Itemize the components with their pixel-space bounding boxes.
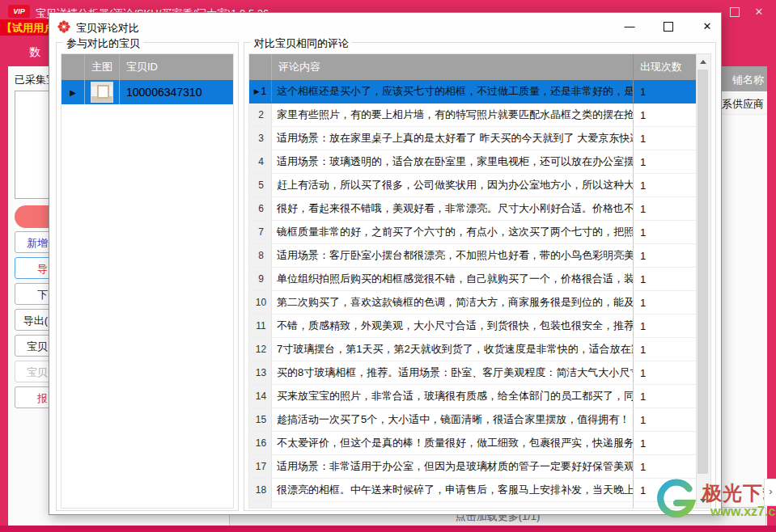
product-id-cell: 100006347310 xyxy=(120,86,233,99)
table-row[interactable]: ▶1 这个相框还是买小了，应该买七寸的相框，不过做工质量，还是非常好的，是把相.… xyxy=(249,80,697,103)
table-row[interactable]: 5 赶上有活动，所以买了很多，公司做奖状用，因为办公室地方小，所以这种大小的..… xyxy=(249,174,697,197)
row-count: 1 xyxy=(634,273,697,285)
row-content: 不太爱评价，但这个是真的棒！质量很好，做工细致，包裹很严实，快递服务态度... xyxy=(272,432,634,454)
screen: VIP 宝贝详情分析器(评论/SKU/买家秀/问大家)1.0.5.26 ✕ 【试… xyxy=(0,0,776,532)
row-content: 第二次购买了，喜欢这款镜框的色调，简洁大方，商家服务很是到位的，能及时解... xyxy=(272,291,634,314)
scroll-up-icon[interactable] xyxy=(697,54,709,69)
table-row[interactable]: 9 单位组织拍照后购买的相框感觉很不错，自己就购买了一个，价格很合适，装上后..… xyxy=(249,268,697,291)
row-content: 买来放宝宝的照片，非常合适，玻璃很有质感，给全体部门的员工都买了，同事们... xyxy=(272,385,634,407)
row-content: 趁搞活动一次买了5个，大小适中，镜面清晰，很适合家里摆放，值得拥有！ xyxy=(272,408,634,431)
row-count: 1 xyxy=(634,203,697,215)
table-row[interactable]: 17 适用场景：非常适用于办公室，但因为是玻璃材质的管子一定要好好保管美观程度.… xyxy=(249,455,697,479)
number-column-header xyxy=(249,54,272,80)
row-count: 1 xyxy=(634,297,697,309)
row-number: 8 xyxy=(258,250,264,261)
table-row[interactable]: 19 相框质感十分不错，玻璃的触感柔滑，显得十分高端。快递速度很快，不愧是京东.… xyxy=(249,502,697,509)
row-content: 适用场景：客厅卧室小摆台都很漂亮，不加照片也好看，带的小鸟色彩明亮美观程... xyxy=(272,244,634,267)
table-row[interactable]: 7 镜框质量非常的好，之前买了个六寸的，有点小，这次买了两个七寸的，把照片放..… xyxy=(249,221,697,244)
row-number: 19 xyxy=(256,508,266,509)
main-maximize-button[interactable] xyxy=(726,4,744,20)
row-count: 1 xyxy=(634,461,697,473)
count-column-header: 出现次数 xyxy=(634,54,697,80)
row-count: 1 xyxy=(634,414,697,426)
table-row[interactable]: 4 适用场景：玻璃透明的，适合放在卧室里，家里电视柜，还可以放在办公室摆设都..… xyxy=(249,150,697,174)
products-table-header: 主图 宝贝ID xyxy=(61,54,233,80)
row-number: 13 xyxy=(256,367,266,378)
dialog-title: 宝贝评论对比 xyxy=(76,21,139,36)
shop-table-row[interactable]: 系供应商 xyxy=(720,91,767,115)
tab-data-label[interactable]: 数 xyxy=(29,45,40,60)
row-number: 7 xyxy=(258,226,264,238)
comments-table: 评论内容 出现次数 ▶1 这个相框还是买小了，应该买七寸的相框，不过做工质量，还… xyxy=(248,53,698,509)
row-marker: ▶ xyxy=(254,87,260,95)
table-row[interactable]: 10 第二次购买了，喜欢这款镜框的色调，简洁大方，商家服务很是到位的，能及时解.… xyxy=(249,291,697,315)
dialog-close-button[interactable]: ✕ xyxy=(693,16,721,36)
row-count: 1 xyxy=(634,156,697,168)
table-row[interactable]: 8 适用场景：客厅卧室小摆台都很漂亮，不加照片也好看，带的小鸟色彩明亮美观程..… xyxy=(249,244,697,268)
table-row[interactable]: 11 不错，质感精致，外观美观，大小尺寸合适，到货很快，包装也很安全，推荐哦 1 xyxy=(249,315,697,338)
row-marker: ▶ xyxy=(61,88,84,97)
table-row[interactable]: 18 很漂亮的相框。中午送来时候碎了，申请售后，客服马上安排补发，当天晚上就收.… xyxy=(249,479,697,502)
row-count: 1 xyxy=(634,86,697,98)
comments-table-header: 评论内容 出现次数 xyxy=(249,54,697,80)
dialog-minimize-button[interactable]: — xyxy=(616,16,643,36)
row-count: 1 xyxy=(634,391,697,403)
main-close-button[interactable]: ✕ xyxy=(750,4,768,20)
dialog-maximize-button[interactable] xyxy=(655,16,682,36)
same-comments-group-title: 对比宝贝相同的评论 xyxy=(251,36,352,51)
close-icon: ✕ xyxy=(703,20,712,32)
table-row[interactable]: 12 7寸玻璃摆台，第1天买，第2天就收到货了，收货速度是非常快的，适合放在家里… xyxy=(249,338,697,361)
row-number: 3 xyxy=(258,133,264,144)
marker-column-header xyxy=(61,54,85,80)
watermark: 极光下载站 www.xz7.com xyxy=(652,477,776,527)
shop-name-column-label: 铺名称 xyxy=(732,73,764,87)
row-number: 5 xyxy=(258,179,264,191)
row-number: 15 xyxy=(256,414,266,425)
contact-supplier-text: 系供应商 xyxy=(722,97,764,112)
review-compare-dialog: 宝贝评论对比 — ✕ 参与对比的宝贝 主图 宝贝ID ▶ 10000634731… xyxy=(49,12,722,515)
corner-chevron-button[interactable]: › xyxy=(764,479,776,506)
shop-table-header: 铺名称 xyxy=(720,66,767,91)
maximize-icon xyxy=(664,22,673,32)
table-row[interactable]: 3 适用场景：放在家里桌子上真的是太好看了 昨天买的今天就到了 大爱京东快递 准… xyxy=(249,127,697,150)
product-thumbnail xyxy=(91,82,113,103)
products-table: 主图 宝贝ID ▶ 100006347310 xyxy=(61,53,234,509)
row-count: 1 xyxy=(634,250,697,262)
row-content: 不错，质感精致，外观美观，大小尺寸合适，到货很快，包装也很安全，推荐哦 xyxy=(272,315,634,337)
row-content: 单位组织拍照后购买的相框感觉很不错，自己就购买了一个，价格很合适，装上后... xyxy=(272,268,634,290)
row-content: 买的8寸玻璃相框，推荐。适用场景：卧室、客厅美观程度：简洁大气大小尺寸：8... xyxy=(272,361,634,384)
scrollbar-thumb[interactable] xyxy=(698,70,708,474)
row-number: 10 xyxy=(256,297,266,308)
trial-banner-text: 【试用用户 xyxy=(2,21,50,36)
product-id-column-header: 宝贝ID xyxy=(120,54,233,80)
table-row[interactable]: 13 买的8寸玻璃相框，推荐。适用场景：卧室、客厅美观程度：简洁大气大小尺寸：8… xyxy=(249,361,697,385)
compare-products-group-title: 参与对比的宝贝 xyxy=(63,36,143,51)
compare-products-group: 参与对比的宝贝 主图 宝贝ID ▶ 100006347310 xyxy=(56,42,239,511)
row-number: 12 xyxy=(256,344,266,355)
row-number: 11 xyxy=(256,320,265,331)
row-number: 14 xyxy=(256,391,266,402)
product-row[interactable]: ▶ 100006347310 xyxy=(61,80,233,104)
row-number: 16 xyxy=(256,437,266,449)
row-content: 适用场景：玻璃透明的，适合放在卧室里，家里电视柜，还可以放在办公室摆设都... xyxy=(272,150,634,173)
row-number: 18 xyxy=(256,484,266,496)
row-content: 这个相框还是买小了，应该买七寸的相框，不过做工质量，还是非常好的，是把相... xyxy=(272,80,634,103)
table-row[interactable]: 15 趁搞活动一次买了5个，大小适中，镜面清晰，很适合家里摆放，值得拥有！ 1 xyxy=(249,408,697,432)
table-row[interactable]: 2 家里有些照片，有的要上相片墙，有的特写照片就要匹配水晶框之类的摆在抢眼位..… xyxy=(249,103,697,127)
row-number: 1 xyxy=(261,86,267,97)
minimize-icon: — xyxy=(625,20,635,32)
row-count: 1 xyxy=(634,109,697,121)
comment-table-body: ▶1 这个相框还是买小了，应该买七寸的相框，不过做工质量，还是非常好的，是把相.… xyxy=(249,80,697,509)
row-content: 很好，看起来很不错哦，美观好看，非常漂亮。尺寸大小刚好合适。价格也不贵。... xyxy=(272,197,634,220)
table-row[interactable]: 6 很好，看起来很不错哦，美观好看，非常漂亮。尺寸大小刚好合适。价格也不贵。..… xyxy=(249,197,697,221)
trial-banner: 【试用用户 xyxy=(0,19,50,36)
row-count: 1 xyxy=(634,133,697,145)
row-content: 适用场景：非常适用于办公室，但因为是玻璃材质的管子一定要好好保管美观程度... xyxy=(272,455,634,478)
table-row[interactable]: 14 买来放宝宝的照片，非常合适，玻璃很有质感，给全体部门的员工都买了，同事们.… xyxy=(249,385,697,408)
table-row[interactable]: 16 不太爱评价，但这个是真的棒！质量很好，做工细致，包裹很严实，快递服务态度.… xyxy=(249,432,697,455)
row-number: 9 xyxy=(258,273,264,285)
vertical-scrollbar[interactable] xyxy=(696,53,711,509)
thumbnail-column-header: 主图 xyxy=(85,54,120,80)
row-number: 2 xyxy=(258,109,264,120)
watermark-site-url: www.xz7.com xyxy=(710,505,776,519)
